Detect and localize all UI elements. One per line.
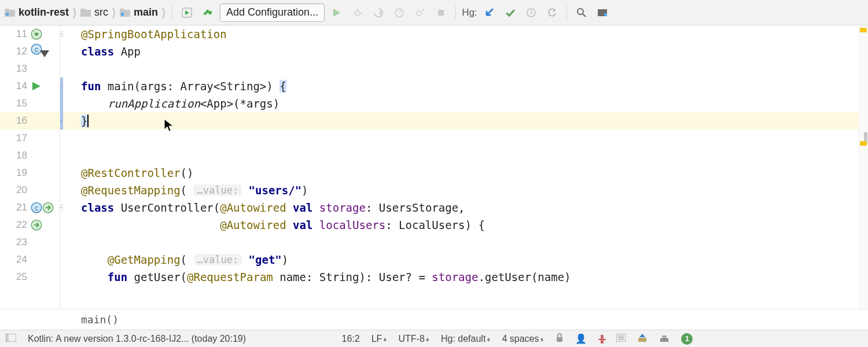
crumb-folder[interactable]: src — [94, 6, 108, 19]
notification-text[interactable]: Kotlin: A new version 1.3.0-rc-168-IJ2..… — [28, 334, 246, 344]
run-button[interactable] — [328, 4, 345, 21]
separator — [567, 5, 567, 20]
event-log-badge[interactable]: 1 — [681, 333, 693, 345]
tool-window-toggle-icon[interactable] — [6, 334, 16, 344]
code-text — [242, 184, 248, 197]
line-number[interactable]: 12 — [10, 46, 27, 57]
svg-marker-22 — [553, 9, 556, 12]
svg-point-18 — [417, 11, 421, 16]
code-text: main(args: Array<String>) — [101, 80, 279, 93]
code-text: @GetMapping — [108, 253, 181, 266]
navigate-icon[interactable] — [42, 202, 54, 213]
line-separator[interactable]: LF♦ — [372, 334, 387, 344]
indent-settings[interactable]: 4 spaces♦ — [502, 334, 543, 344]
spring-bean-icon[interactable] — [31, 28, 42, 40]
code-area[interactable]: @SpringBootApplication class App fun mai… — [60, 25, 859, 309]
fold-start-icon[interactable] — [60, 31, 63, 37]
code-text: localUsers — [319, 219, 385, 231]
chevron-right-icon: ⟩ — [161, 6, 166, 20]
build-button[interactable] — [199, 4, 216, 21]
code-text: "get" — [249, 253, 282, 266]
code-editor[interactable]: 11 12c 13 14 15 16 17 18 19 20 21c 22 23… — [0, 25, 868, 309]
outgoing-icon[interactable] — [637, 333, 648, 345]
line-number[interactable]: 23 — [10, 237, 27, 248]
breadcrumb-item[interactable]: main() — [81, 313, 119, 326]
breadcrumb[interactable]: kotlin-rest ⟩ src ⟩ main ⟩ — [5, 6, 166, 20]
svg-marker-30 — [40, 50, 49, 57]
vcs-branch[interactable]: Hg: default♦ — [441, 334, 491, 344]
svg-point-56 — [662, 340, 663, 341]
code-text: getUser( — [127, 271, 187, 283]
override-icon[interactable] — [39, 48, 50, 60]
code-text: App — [114, 45, 141, 58]
code-text: <App>(*args) — [200, 97, 279, 110]
incoming-icon[interactable] — [659, 333, 670, 345]
profile-button[interactable] — [391, 4, 408, 21]
memory-indicator-icon[interactable]: -||- — [598, 334, 605, 344]
code-text — [81, 253, 108, 266]
line-number[interactable]: 19 — [10, 167, 27, 179]
code-text — [81, 271, 108, 283]
svg-marker-19 — [422, 9, 424, 12]
line-number[interactable]: 16 — [10, 115, 27, 127]
crumb-project[interactable]: kotlin-rest — [19, 6, 69, 19]
vcs-history-button[interactable] — [523, 4, 540, 21]
svg-marker-31 — [32, 82, 41, 90]
code-text: val — [293, 219, 312, 231]
caret-position[interactable]: 16:2 — [342, 334, 360, 344]
vcs-revert-button[interactable] — [543, 4, 561, 21]
debug-button[interactable] — [349, 4, 366, 21]
vcs-commit-button[interactable] — [502, 4, 519, 21]
tasks-icon[interactable] — [616, 334, 626, 344]
coverage-button[interactable] — [370, 4, 387, 21]
source-folder-icon — [120, 9, 130, 17]
fold-end-icon[interactable] — [60, 118, 63, 124]
run-config-dropdown[interactable]: Add Configuration... — [220, 3, 325, 22]
code-text: @Autowired — [220, 201, 286, 214]
svg-rect-55 — [660, 338, 668, 342]
svg-rect-53 — [638, 338, 646, 342]
line-number[interactable]: 20 — [10, 184, 27, 196]
vcs-change-marker[interactable] — [60, 95, 63, 112]
warning-marker[interactable] — [860, 141, 867, 146]
line-number[interactable]: 21 — [10, 202, 27, 213]
code-text: ) — [282, 253, 288, 266]
gutter[interactable]: 11 12c 13 14 15 16 17 18 19 20 21c 22 23… — [0, 25, 60, 309]
hector-icon[interactable]: 👤 — [575, 333, 587, 344]
lock-icon[interactable] — [556, 333, 564, 345]
warning-marker[interactable] — [860, 28, 867, 32]
project-structure-button[interactable] — [594, 4, 611, 21]
current-line[interactable]: } — [60, 112, 859, 130]
run-gutter-icon[interactable] — [31, 80, 42, 92]
line-number[interactable]: 18 — [10, 150, 27, 161]
line-number[interactable]: 17 — [10, 132, 27, 144]
line-number[interactable]: 11 — [10, 28, 27, 40]
svg-text:c: c — [35, 46, 38, 54]
overview-ruler[interactable] — [859, 25, 868, 309]
svg-rect-47 — [6, 334, 9, 342]
fold-start-icon[interactable] — [60, 205, 63, 211]
line-number[interactable]: 13 — [10, 63, 27, 75]
code-text: @RestController — [81, 167, 181, 179]
search-everywhere-button[interactable] — [573, 4, 590, 21]
run-dashboard-button[interactable] — [178, 4, 196, 21]
attach-debugger-button[interactable] — [411, 4, 429, 21]
fold-start-icon[interactable] — [60, 83, 63, 89]
line-number[interactable]: 22 — [10, 219, 27, 231]
file-encoding[interactable]: UTF-8♦ — [398, 334, 429, 344]
svg-text:c: c — [35, 204, 38, 212]
svg-rect-20 — [438, 10, 444, 16]
svg-point-11 — [355, 11, 360, 16]
line-number[interactable]: 14 — [10, 80, 27, 92]
vcs-update-button[interactable] — [481, 4, 498, 21]
stop-button[interactable] — [432, 4, 450, 21]
chevron-right-icon: ⟩ — [72, 6, 77, 20]
line-number[interactable]: 24 — [10, 254, 27, 265]
editor-breadcrumb[interactable]: main() — [0, 309, 868, 330]
class-icon[interactable]: c — [31, 202, 42, 213]
navigate-icon[interactable] — [31, 219, 42, 231]
line-number[interactable]: 25 — [10, 271, 27, 283]
line-number[interactable]: 15 — [10, 98, 27, 109]
crumb-current[interactable]: main — [134, 6, 158, 19]
svg-line-24 — [583, 14, 586, 17]
